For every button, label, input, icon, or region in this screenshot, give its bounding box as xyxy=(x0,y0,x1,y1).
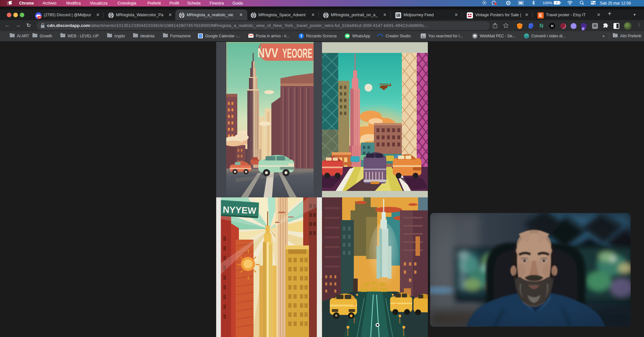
svg-text:NYYEW: NYYEW xyxy=(223,205,257,216)
svg-text:NVV: NVV xyxy=(257,46,278,60)
svg-text:YEOORE: YEOORE xyxy=(282,46,312,60)
